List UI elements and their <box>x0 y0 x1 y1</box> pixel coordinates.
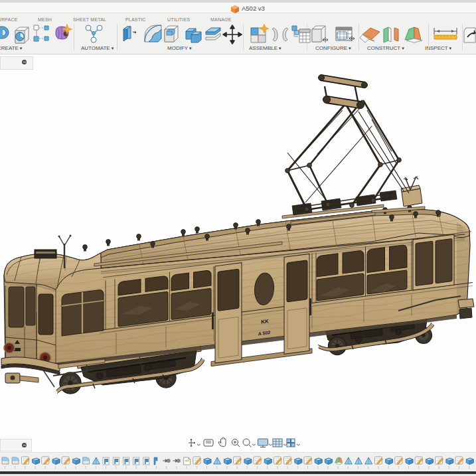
svg-text:KK: KK <box>261 318 269 325</box>
